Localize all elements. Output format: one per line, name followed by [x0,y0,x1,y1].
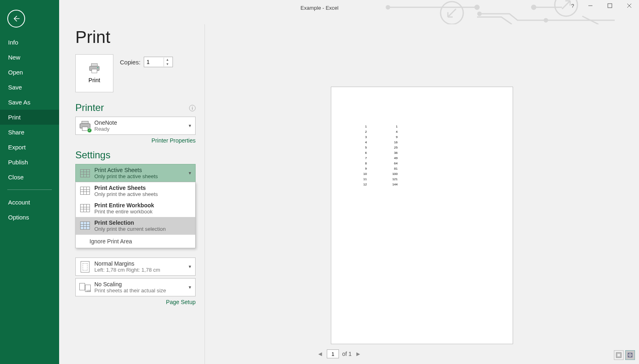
svg-point-3 [475,5,479,9]
printer-ready-icon [87,128,92,133]
print-what-dropdown[interactable]: Print Active Sheets Only print the activ… [75,164,196,182]
minimize-button[interactable] [581,0,600,11]
svg-rect-13 [92,69,97,73]
sidebar-divider [7,189,52,190]
margins-title: Normal Margins [94,260,188,267]
sidebar-item-share[interactable]: Share [0,125,59,140]
help-button[interactable]: ? [564,0,581,11]
chevron-down-icon: ▼ [188,285,192,289]
page-of-label: of 1 [342,351,351,357]
close-button[interactable] [620,0,639,11]
ignore-print-area-option[interactable]: Ignore Print Area [76,235,195,248]
main-area: Print Print Copies: [59,0,639,364]
svg-point-14 [97,67,98,68]
copies-down[interactable]: ▼ [164,62,171,66]
printer-info-icon[interactable]: i [189,105,196,111]
scaling-dropdown[interactable]: 100 No Scaling Print sheets at their act… [75,278,196,296]
sidebar-item-info[interactable]: Info [0,35,59,50]
sidebar-item-save[interactable]: Save [0,80,59,95]
copies-label: Copies: [120,59,141,66]
chevron-down-icon: ▼ [188,264,192,269]
zoom-to-page-button[interactable] [625,350,635,360]
svg-point-1 [441,2,463,24]
printer-dropdown[interactable]: OneNote Ready ▼ [75,117,196,135]
svg-rect-15 [82,121,88,123]
svg-point-2 [386,6,390,9]
sidebar-item-export[interactable]: Export [0,140,59,155]
next-page-button[interactable]: ▶ [355,350,362,358]
page-preview: 112439416525636749864981101001112112144 [331,87,513,344]
page-pager: ◀ of 1 ▶ [317,349,362,358]
sheets-icon [79,167,91,179]
print-what-menu: Print Active SheetsOnly print the active… [75,182,196,248]
settings-column: Print Print Copies: [59,24,205,364]
scaling-title: No Scaling [94,281,188,287]
printer-section-title: Printer [75,102,104,113]
show-margins-button[interactable] [614,350,624,360]
page-title: Print [75,28,196,47]
sidebar-item-options[interactable]: Options [0,210,59,225]
margins-desc: Left: 1,78 cm Right: 1,78 cm [94,267,188,273]
copies-spinner[interactable]: ▲ ▼ [144,57,173,67]
svg-rect-11 [92,64,98,66]
svg-point-4 [532,5,536,9]
sheets-icon [79,219,91,232]
sidebar-item-account[interactable]: Account [0,195,59,210]
settings-section-title: Settings [75,149,196,161]
window-title: Example - Excel [300,5,339,11]
backstage-sidebar: InfoNewOpenSaveSave AsPrintShareExportPu… [0,0,59,364]
copies-up[interactable]: ▲ [164,57,171,62]
sidebar-item-publish[interactable]: Publish [0,155,59,170]
printer-properties-link[interactable]: Printer Properties [75,137,196,144]
back-button[interactable] [7,10,25,28]
printer-device-icon [79,120,91,132]
print-button[interactable]: Print [75,54,113,92]
svg-rect-8 [608,4,612,8]
print-button-label: Print [89,77,100,83]
printer-name: OneNote [94,119,188,126]
print-what-desc: Only print the active sheets [94,173,188,179]
sidebar-item-open[interactable]: Open [0,65,59,80]
print-what-title: Print Active Sheets [94,167,188,173]
maximize-button[interactable] [600,0,620,11]
svg-rect-19 [617,353,620,357]
prev-page-button[interactable]: ◀ [317,350,324,358]
title-bar: Example - Excel [0,0,639,24]
svg-point-5 [478,12,481,15]
print-preview-pane: 112439416525636749864981101001112112144 … [205,24,639,364]
print-what-option-1[interactable]: Print Entire WorkbookPrint the entire wo… [76,200,195,217]
sidebar-item-new[interactable]: New [0,50,59,65]
chevron-down-icon: ▼ [188,123,192,128]
sheets-icon [79,202,91,214]
sidebar-item-save-as[interactable]: Save As [0,95,59,110]
sidebar-item-print[interactable]: Print [0,110,59,125]
printer-status: Ready [94,126,188,132]
svg-point-6 [544,19,547,22]
current-page-input[interactable] [327,349,339,358]
sidebar-item-close[interactable]: Close [0,170,59,185]
scaling-icon: 100 [79,281,91,294]
page-setup-link[interactable]: Page Setup [75,299,196,305]
chevron-down-icon: ▼ [188,171,192,175]
print-what-option-0[interactable]: Print Active SheetsOnly print the active… [76,182,195,200]
preview-content: 112439416525636749864981101001112112144 [359,123,398,187]
margins-dropdown[interactable]: Normal Margins Left: 1,78 cm Right: 1,78… [75,258,196,276]
margins-icon [79,261,91,273]
copies-input[interactable] [144,59,164,65]
scaling-desc: Print sheets at their actual size [94,287,188,294]
printer-icon [88,63,100,74]
print-what-option-2[interactable]: Print SelectionOnly print the current se… [76,217,195,234]
sheets-icon [79,185,91,197]
